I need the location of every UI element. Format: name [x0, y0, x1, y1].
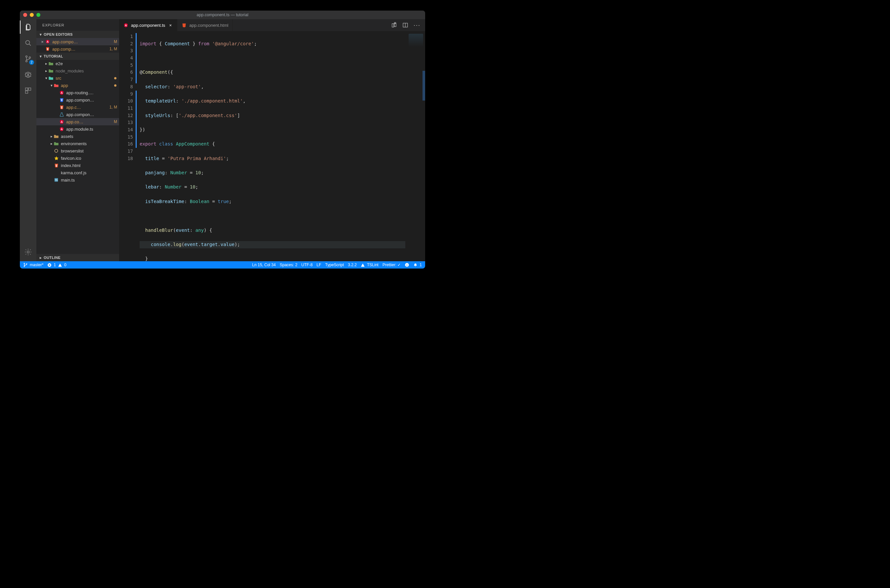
open-editor-badge: M — [114, 39, 117, 44]
close-window-button[interactable] — [23, 13, 27, 17]
split-editor-button[interactable] — [402, 22, 408, 28]
tree-file[interactable]: browserslist — [36, 147, 119, 154]
more-actions-button[interactable]: ··· — [414, 22, 420, 29]
open-editor-item[interactable]: app.comp… 1, M — [36, 45, 119, 52]
sidebar-title: EXPLORER — [36, 19, 119, 31]
svg-rect-7 — [26, 91, 28, 93]
folder-icon — [54, 134, 59, 139]
line-number: 14 — [119, 126, 133, 134]
status-branch[interactable]: master* — [23, 262, 44, 267]
tree-file[interactable]: app.co…M — [36, 118, 119, 125]
diff-icon — [391, 22, 397, 28]
html-icon — [45, 46, 50, 52]
tree-file[interactable]: index.html — [36, 162, 119, 169]
outline-header[interactable]: ▸ OUTLINE — [36, 254, 119, 261]
open-editors-label: OPEN EDITORS — [44, 32, 73, 36]
line-number: 3 — [119, 47, 133, 55]
svg-point-21 — [406, 264, 407, 265]
activity-explorer[interactable] — [24, 22, 33, 32]
activity-extensions[interactable] — [24, 86, 33, 95]
tree-item-label: index.html — [61, 163, 117, 168]
error-icon — [47, 263, 52, 267]
html-icon — [181, 22, 187, 28]
circle-icon — [54, 148, 59, 153]
tree-folder[interactable]: ▸e2e — [36, 60, 119, 67]
tree-item-label: app.compon… — [66, 98, 117, 102]
activity-settings[interactable] — [24, 248, 33, 256]
gear-icon — [24, 248, 32, 256]
titlebar: app.component.ts — tutorial — [20, 10, 425, 19]
tree-file[interactable]: app.compon… — [36, 96, 119, 104]
angular-icon — [59, 119, 64, 124]
code-content[interactable]: import { Component } from '@angular/core… — [136, 31, 405, 261]
scrollbar-thumb[interactable] — [423, 71, 425, 100]
maximize-window-button[interactable] — [36, 13, 41, 17]
tree-item-label: browserslist — [61, 148, 117, 153]
git-status-badge: M — [114, 119, 117, 124]
svg-point-17 — [24, 266, 25, 267]
minimap[interactable] — [405, 31, 425, 261]
code-editor[interactable]: 123456789101112131415161718 import { Com… — [119, 31, 425, 261]
tree-file[interactable]: favicon.ico — [36, 154, 119, 162]
tree-folder[interactable]: ▸assets — [36, 133, 119, 140]
tree-file[interactable]: karma.conf.js — [36, 169, 119, 176]
svg-point-16 — [24, 263, 25, 264]
git-status-badge: 1, M — [110, 105, 117, 110]
status-notifications[interactable]: 1 — [413, 262, 422, 267]
open-editors-list: × app.compo… M app.comp… 1, M — [36, 38, 119, 52]
tab-label: app.component.html — [189, 23, 228, 28]
error-count: 1 — [54, 262, 56, 267]
activity-debug[interactable] — [24, 70, 33, 80]
tree-file[interactable]: TSmain.ts — [36, 176, 119, 183]
activity-search[interactable] — [24, 38, 33, 48]
tree-folder[interactable]: ▾src — [36, 74, 119, 82]
line-number: 4 — [119, 55, 133, 62]
ts-icon: TS — [54, 177, 59, 183]
open-editors-header[interactable]: ▾ OPEN EDITORS — [36, 31, 119, 38]
project-header-label: TUTORIAL — [44, 54, 63, 58]
tree-file[interactable]: app.compon… — [36, 111, 119, 118]
svg-point-8 — [27, 251, 29, 253]
chevron-right-icon: ▸ — [44, 62, 48, 66]
project-header[interactable]: ▾ TUTORIAL — [36, 52, 119, 60]
file-tree[interactable]: ▸e2e▸node_modules▾src▾appapp-routing….ap… — [36, 60, 119, 183]
svg-point-22 — [407, 264, 408, 265]
compare-changes-button[interactable] — [391, 22, 397, 28]
tab-app-component-html[interactable]: app.component.html — [177, 19, 233, 31]
tab-app-component-ts[interactable]: app.component.ts × — [119, 19, 177, 31]
tree-item-label: app-routing…. — [66, 90, 117, 95]
chevron-right-icon: ▸ — [50, 141, 54, 146]
search-icon — [24, 39, 32, 47]
tree-item-label: main.ts — [61, 178, 117, 183]
svg-point-1 — [26, 56, 27, 57]
svg-rect-6 — [29, 88, 31, 90]
activity-source-control[interactable]: 2 — [24, 54, 33, 63]
tree-folder[interactable]: ▸node_modules — [36, 67, 119, 74]
open-editor-item[interactable]: × app.compo… M — [36, 38, 119, 45]
notification-count: 1 — [420, 262, 422, 267]
star-icon — [54, 155, 59, 161]
line-number: 10 — [119, 98, 133, 105]
tree-folder[interactable]: ▸environments — [36, 140, 119, 147]
bell-icon — [413, 263, 417, 267]
tree-file[interactable]: app.c…1, M — [36, 104, 119, 111]
close-icon[interactable]: × — [40, 39, 45, 44]
svg-rect-5 — [26, 88, 28, 90]
angular-icon — [59, 126, 64, 132]
status-problems[interactable]: 1 0 — [47, 262, 66, 267]
open-editor-label: app.compo… — [52, 39, 112, 44]
chevron-right-icon: ▸ — [50, 134, 54, 139]
extensions-icon — [24, 87, 32, 94]
line-number: 5 — [119, 62, 133, 69]
line-number-gutter: 123456789101112131415161718 — [119, 31, 136, 261]
line-number: 16 — [119, 141, 133, 148]
tree-file[interactable]: app.module.ts — [36, 125, 119, 133]
close-tab-button[interactable]: × — [168, 23, 173, 28]
tree-file[interactable]: app-routing…. — [36, 89, 119, 96]
tree-folder[interactable]: ▾app — [36, 82, 119, 89]
minimize-window-button[interactable] — [30, 13, 34, 17]
status-feedback[interactable] — [405, 262, 409, 267]
editor-area: app.component.ts × app.component.html — [119, 19, 425, 261]
tree-item-label: favicon.ico — [61, 156, 117, 161]
branch-name: master* — [30, 262, 44, 267]
